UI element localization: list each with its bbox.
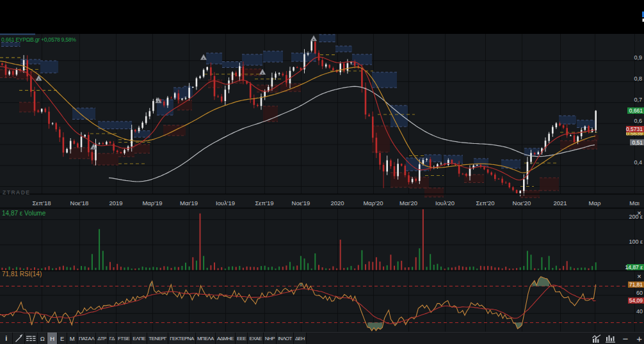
- svg-text:×: ×: [637, 209, 641, 217]
- svg-text:Μαρ'19: Μαρ'19: [142, 199, 162, 207]
- svg-text:0,661 ΕΥΡΩΒ.gr +0,0578 9,58%: 0,661 ΕΥΡΩΒ.gr +0,0578 9,58%: [1, 36, 76, 43]
- svg-text:100 ε: 100 ε: [629, 238, 643, 245]
- svg-text:ZTRADE: ZTRADE: [3, 189, 30, 196]
- svg-text:0,661: 0,661: [629, 107, 643, 114]
- svg-text:0,8: 0,8: [634, 75, 642, 82]
- svg-text:40: 40: [636, 308, 643, 315]
- svg-text:×: ×: [637, 272, 641, 280]
- svg-text:Μαρ: Μαρ: [589, 199, 601, 207]
- svg-text:0,5731: 0,5731: [626, 126, 643, 132]
- svg-text:Ιουλ'19: Ιουλ'19: [216, 199, 235, 207]
- svg-text:0,7: 0,7: [634, 97, 642, 103]
- svg-text:0,4: 0,4: [634, 159, 642, 166]
- svg-text:2019: 2019: [109, 199, 122, 207]
- svg-text:14,87 ε Volume: 14,87 ε Volume: [2, 210, 46, 217]
- svg-text:60: 60: [636, 290, 643, 296]
- svg-text:Νοε'18: Νοε'18: [70, 199, 89, 207]
- svg-text:Μαι'19: Μαι'19: [180, 199, 198, 207]
- svg-text:0,51: 0,51: [632, 139, 643, 146]
- svg-text:14,87 ε: 14,87 ε: [625, 264, 643, 270]
- svg-text:Νοε'20: Νοε'20: [513, 199, 531, 207]
- svg-text:Μαρ'20: Μαρ'20: [363, 199, 383, 207]
- svg-text:Μαι'20: Μαι'20: [399, 199, 417, 207]
- svg-text:Ιουλ'20: Ιουλ'20: [435, 199, 455, 207]
- svg-text:2020: 2020: [330, 199, 344, 207]
- svg-text:54,09: 54,09: [629, 297, 643, 304]
- svg-text:71,81: 71,81: [629, 281, 643, 288]
- svg-text:Νοε'19: Νοε'19: [292, 199, 310, 207]
- svg-text:0,6: 0,6: [634, 118, 642, 124]
- svg-text:Σεπ'18: Σεπ'18: [32, 199, 51, 207]
- svg-text:Σεπ'19: Σεπ'19: [255, 199, 273, 207]
- svg-text:Σεπ'20: Σεπ'20: [476, 199, 494, 207]
- svg-text:2021: 2021: [553, 199, 567, 207]
- svg-text:71,81 RSI(14): 71,81 RSI(14): [2, 270, 42, 278]
- svg-text:0,9: 0,9: [634, 54, 642, 61]
- svg-text:Μαι: Μαι: [629, 199, 640, 207]
